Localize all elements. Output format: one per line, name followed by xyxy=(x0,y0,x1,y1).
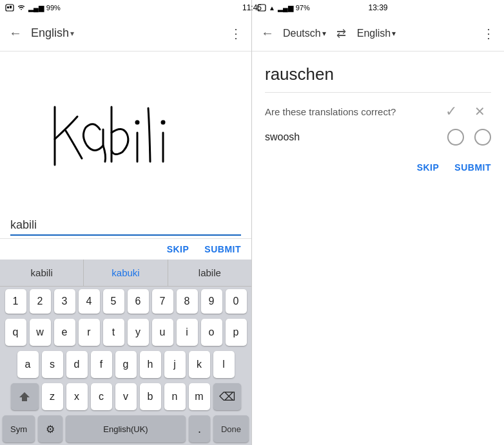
key-6[interactable]: 6 xyxy=(128,289,149,314)
action-row-left: SKIP SUBMIT xyxy=(0,239,251,260)
key-f[interactable]: f xyxy=(91,351,112,378)
key-3[interactable]: 3 xyxy=(54,289,75,314)
source-language-selector[interactable]: Deutsch ▾ xyxy=(283,28,326,39)
svg-marker-6 xyxy=(19,392,30,401)
key-j[interactable]: j xyxy=(164,351,186,378)
key-n[interactable]: n xyxy=(164,383,186,410)
target-language-selector[interactable]: English ▾ xyxy=(357,28,396,39)
key-8[interactable]: 8 xyxy=(177,289,198,314)
key-q[interactable]: q xyxy=(5,319,26,346)
suggestion-1[interactable]: kabuki xyxy=(84,260,168,286)
key-w[interactable]: w xyxy=(30,319,51,346)
left-battery: 99% xyxy=(46,4,61,12)
key-p[interactable]: p xyxy=(226,319,247,346)
key-period[interactable]: . xyxy=(189,415,210,442)
key-x[interactable]: x xyxy=(66,383,88,410)
left-phone-panel: ▂▄▆ 99% 11:45 ← English ▾ ⋮ xyxy=(0,0,252,445)
language-selector-left[interactable]: English ▾ xyxy=(31,26,74,40)
right-wifi-icon: ▲ xyxy=(269,5,275,12)
shift-icon xyxy=(19,391,30,402)
handwriting-input[interactable] xyxy=(10,218,241,236)
key-0[interactable]: 0 xyxy=(226,289,247,314)
target-dropdown-arrow: ▾ xyxy=(392,29,396,38)
dropdown-arrow-left: ▾ xyxy=(70,29,74,38)
key-4[interactable]: 4 xyxy=(79,289,100,314)
key-k[interactable]: k xyxy=(189,351,210,378)
key-r[interactable]: r xyxy=(79,319,100,346)
key-e[interactable]: e xyxy=(54,319,75,346)
x-button[interactable]: ✕ xyxy=(468,104,491,119)
key-2[interactable]: 2 xyxy=(30,289,51,314)
keyboard-suggestions: kabili kabuki labile xyxy=(0,260,251,287)
key-done[interactable]: Done xyxy=(213,415,249,442)
right-status-bar: ▲ ▂▄▆ 97% 13:39 xyxy=(252,0,504,15)
key-b[interactable]: b xyxy=(140,383,161,410)
key-backspace[interactable]: ⌫ xyxy=(213,383,241,410)
left-signal-bars: ▂▄▆ xyxy=(28,4,44,12)
key-z[interactable]: z xyxy=(42,383,63,410)
suggestion-0[interactable]: kabili xyxy=(0,260,84,286)
key-sym[interactable]: Sym xyxy=(3,415,35,442)
key-t[interactable]: t xyxy=(103,319,124,346)
keyboard: 1 2 3 4 5 6 7 8 9 0 q w e r t y u i o p … xyxy=(0,287,251,445)
language-label-left: English xyxy=(31,26,69,40)
handwriting-drawing xyxy=(35,81,216,184)
key-c[interactable]: c xyxy=(91,383,112,410)
key-y[interactable]: y xyxy=(128,319,149,346)
key-9[interactable]: 9 xyxy=(201,289,222,314)
handwriting-canvas[interactable] xyxy=(0,52,251,213)
left-wifi-icon xyxy=(17,3,26,12)
source-language-label: Deutsch xyxy=(283,28,321,39)
key-settings[interactable]: ⚙ xyxy=(38,415,63,442)
back-button-right[interactable]: ← xyxy=(257,23,278,44)
input-area-left xyxy=(0,213,251,239)
back-button-left[interactable]: ← xyxy=(5,23,26,44)
key-i[interactable]: i xyxy=(177,319,198,346)
swap-languages-button[interactable]: ⇄ xyxy=(331,23,352,44)
key-row-asdf: a s d f g h j k l xyxy=(0,348,251,381)
left-status-left: ▂▄▆ 99% xyxy=(5,3,61,12)
radio-button-no[interactable] xyxy=(474,129,491,146)
submit-button-left[interactable]: SUBMIT xyxy=(204,244,241,254)
right-time: 13:39 xyxy=(368,3,387,12)
more-menu-right[interactable]: ⋮ xyxy=(478,23,499,44)
action-row-right: SKIP SUBMIT xyxy=(252,149,504,178)
key-space[interactable]: English(UK) xyxy=(66,415,186,442)
translation-option-row: swoosh xyxy=(252,125,504,149)
skip-button-left[interactable]: SKIP xyxy=(167,244,189,254)
svg-rect-2 xyxy=(10,6,12,8)
wifi-icon xyxy=(17,3,26,11)
radio-button-yes[interactable] xyxy=(447,129,464,146)
key-s[interactable]: s xyxy=(42,351,63,378)
translation-question-row: Are these translations correct? ✓ ✕ xyxy=(252,93,504,125)
left-app-bar: ← English ▾ ⋮ xyxy=(0,15,251,52)
more-menu-left[interactable]: ⋮ xyxy=(226,23,246,44)
svg-point-4 xyxy=(161,120,166,124)
translation-question-text: Are these translations correct? xyxy=(265,106,434,117)
skip-button-right[interactable]: SKIP xyxy=(417,162,440,173)
svg-point-3 xyxy=(135,120,140,124)
key-shift[interactable] xyxy=(11,383,39,410)
key-v[interactable]: v xyxy=(115,383,137,410)
key-row-numbers: 1 2 3 4 5 6 7 8 9 0 xyxy=(0,287,251,316)
key-g[interactable]: g xyxy=(115,351,137,378)
translation-option-text: swoosh xyxy=(265,131,442,143)
key-a[interactable]: a xyxy=(17,351,39,378)
suggestion-2[interactable]: labile xyxy=(168,260,251,286)
translation-word: rauschen xyxy=(252,52,504,92)
key-l[interactable]: l xyxy=(213,351,235,378)
key-1[interactable]: 1 xyxy=(5,289,26,314)
key-u[interactable]: u xyxy=(152,319,173,346)
key-m[interactable]: m xyxy=(189,383,210,410)
source-dropdown-arrow: ▾ xyxy=(322,29,326,38)
key-row-bottom: Sym ⚙ English(UK) . Done xyxy=(0,413,251,445)
check-button[interactable]: ✓ xyxy=(440,103,463,120)
key-5[interactable]: 5 xyxy=(103,289,124,314)
key-d[interactable]: d xyxy=(66,351,88,378)
key-7[interactable]: 7 xyxy=(152,289,173,314)
submit-button-right[interactable]: SUBMIT xyxy=(454,162,491,173)
key-o[interactable]: o xyxy=(201,319,222,346)
key-h[interactable]: h xyxy=(140,351,161,378)
right-status-left: ▲ ▂▄▆ 97% xyxy=(257,4,310,12)
right-signal-bars: ▂▄▆ xyxy=(278,4,293,12)
